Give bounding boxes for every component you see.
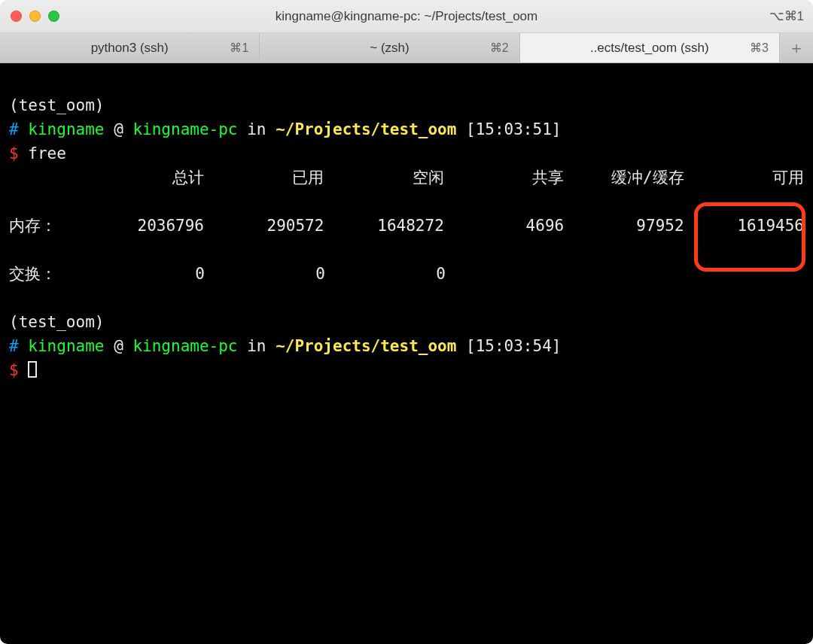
prompt-host: kingname-pc	[132, 337, 237, 355]
tab-zsh[interactable]: ~ (zsh) ⌘2	[260, 33, 519, 62]
tab-label: python3 (ssh)	[91, 41, 169, 56]
window-title: kingname@kingname-pc: ~/Projects/test_oo…	[0, 9, 813, 24]
free-swap-row: 交换：000	[9, 262, 804, 286]
free-mem-used: 290572	[204, 214, 324, 238]
tab-python3[interactable]: python3 (ssh) ⌘1	[0, 33, 260, 62]
window-shortcut: ⌥⌘1	[769, 8, 804, 24]
free-header-avail: 可用	[684, 166, 804, 190]
tab-shortcut: ⌘2	[490, 41, 509, 55]
terminal-window: kingname@kingname-pc: ~/Projects/test_oo…	[0, 0, 813, 644]
free-swap-used: 0	[205, 262, 325, 286]
tab-label: ~ (zsh)	[370, 41, 409, 56]
free-mem-buff: 97952	[564, 214, 684, 238]
new-tab-button[interactable]: ＋	[780, 33, 813, 62]
prompt-sigil: $	[9, 361, 19, 379]
free-header-total: 总计	[84, 166, 204, 190]
tab-shortcut: ⌘1	[230, 41, 248, 55]
prompt-path: ~/Projects/test_oom	[276, 337, 456, 355]
free-header-free: 空闲	[324, 166, 443, 190]
tab-shortcut: ⌘3	[750, 41, 769, 55]
terminal-body[interactable]: (test_oom) # kingname @ kingname-pc in ~…	[0, 63, 813, 644]
venv-label: (test_oom)	[9, 96, 104, 114]
free-swap-label: 交换：	[9, 262, 84, 286]
venv-label: (test_oom)	[9, 313, 104, 331]
prompt-hash: #	[9, 337, 19, 355]
prompt-sigil: $	[9, 144, 19, 163]
free-swap-total: 0	[84, 262, 205, 286]
free-header-buff: 缓冲/缓存	[564, 166, 684, 190]
prompt-at: @	[114, 337, 123, 355]
tab-label: ..ects/test_oom (ssh)	[590, 41, 709, 56]
free-header-shared: 共享	[444, 166, 564, 190]
free-mem-total: 2036796	[84, 214, 204, 238]
prompt-at: @	[114, 120, 123, 138]
prompt-path: ~/Projects/test_oom	[276, 120, 456, 138]
cursor-icon	[28, 361, 37, 378]
free-header-used: 已用	[204, 166, 324, 190]
tab-bar: python3 (ssh) ⌘1 ~ (zsh) ⌘2 ..ects/test_…	[0, 33, 813, 63]
plus-icon: ＋	[788, 37, 805, 59]
command-free: free	[28, 144, 66, 163]
free-mem-label: 内存：	[9, 214, 84, 238]
tab-test-oom[interactable]: ..ects/test_oom (ssh) ⌘3	[520, 33, 780, 62]
free-mem-free: 1648272	[324, 214, 443, 238]
free-header-blank	[9, 166, 84, 190]
prompt-hash: #	[9, 120, 19, 138]
prompt-in: in	[247, 337, 266, 355]
free-mem-avail: 1619456	[684, 214, 804, 238]
prompt-time: [15:03:54]	[466, 337, 561, 355]
prompt-host: kingname-pc	[132, 120, 237, 138]
prompt-user: kingname	[28, 120, 104, 138]
prompt-user: kingname	[28, 337, 104, 355]
free-header-row: 总计已用空闲共享缓冲/缓存可用	[9, 166, 804, 190]
prompt-time: [15:03:51]	[466, 120, 561, 138]
titlebar: kingname@kingname-pc: ~/Projects/test_oo…	[0, 0, 813, 33]
free-swap-free: 0	[325, 262, 446, 286]
free-mem-row: 内存：203679629057216482724696979521619456	[9, 214, 804, 238]
free-mem-shared: 4696	[444, 214, 564, 238]
prompt-in: in	[247, 120, 266, 138]
